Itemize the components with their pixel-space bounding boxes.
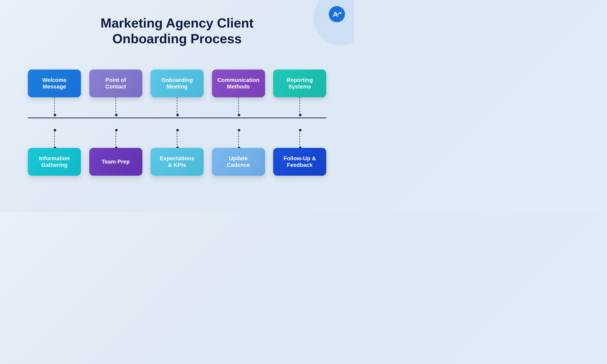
team-prep-box: Team Prep [89,148,142,176]
expectations-kpis-wrapper: Expectations& KPIs [150,130,204,176]
dot-comm [238,114,240,116]
connector-comm [238,97,239,115]
connector-team [116,130,116,148]
dot-welcome [54,114,56,116]
connector-update [238,130,239,148]
team-prep-wrapper: Team Prep [89,130,142,176]
dot-meeting [176,114,179,116]
follow-up-wrapper: Follow-Up &Feedback [273,130,326,176]
connector-meeting [177,97,177,115]
timeline-line [28,118,326,118]
expectations-kpis-box: Expectations& KPIs [150,148,204,176]
communication-methods-box: CommunicationMethods [212,70,265,97]
connector-welcome [54,97,55,115]
information-gathering-box: InformationGathering [28,148,81,176]
connector-poc [116,97,116,115]
connector-followup [299,130,300,148]
dot-info-top [54,129,56,131]
follow-up-box: Follow-Up &Feedback [273,148,326,176]
connector-reporting [299,97,300,115]
top-row: WelcomeMessage Point ofContact Onboardin… [28,70,326,115]
point-of-contact-wrapper: Point ofContact [89,70,142,115]
onboarding-meeting-wrapper: OnboardingMeeting [150,70,204,115]
information-gathering-wrapper: InformationGathering [28,130,81,176]
dot-poc [115,114,118,116]
main-title: Marketing Agency Client Onboarding Proce… [0,15,354,47]
title-section: Marketing Agency Client Onboarding Proce… [0,0,354,47]
welcome-message-box: WelcomeMessage [28,70,81,97]
update-cadence-box: UpdateCadence [212,148,265,176]
reporting-systems-wrapper: ReportingSystems [273,70,326,115]
dot-exp-top [176,129,179,131]
onboarding-meeting-box: OnboardingMeeting [150,70,204,97]
title-line1: Marketing Agency Client [101,16,254,30]
dot-update-top [238,129,240,131]
reporting-systems-box: ReportingSystems [273,70,326,97]
welcome-message-wrapper: WelcomeMessage [28,70,81,115]
dot-team-top [115,129,118,131]
diagram-container: WelcomeMessage Point ofContact Onboardin… [13,62,341,193]
connector-info [54,130,55,148]
title-line2: Onboarding Process [112,31,242,46]
connector-exp [177,130,177,148]
point-of-contact-box: Point ofContact [89,70,142,97]
dot-followup-top [299,129,301,131]
update-cadence-wrapper: UpdateCadence [212,130,265,176]
communication-methods-wrapper: CommunicationMethods [212,70,265,115]
bottom-row: InformationGathering Team Prep Expectati… [28,130,326,176]
dot-reporting [299,114,301,116]
